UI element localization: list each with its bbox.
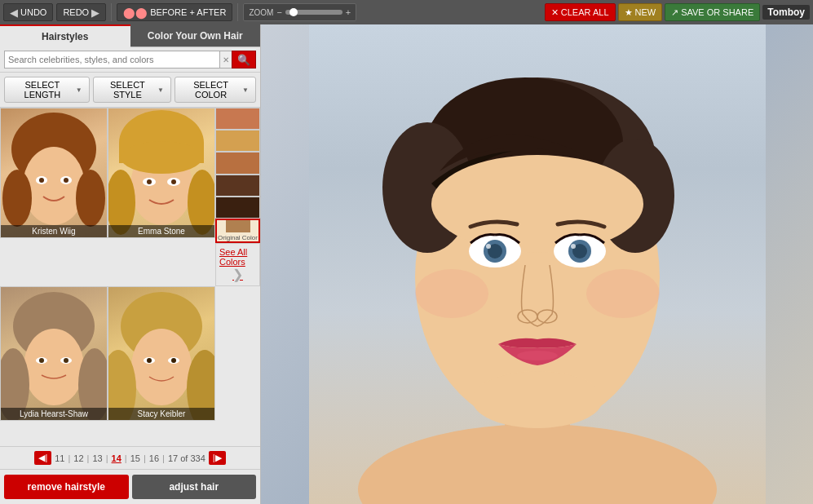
svg-point-4: [39, 178, 44, 183]
save-icon: ↗: [671, 7, 678, 18]
swatch-4[interactable]: [215, 175, 260, 197]
svg-point-33: [171, 358, 176, 363]
swatch-5[interactable]: [215, 197, 260, 219]
filter-style-label: SELECT STYLE: [100, 80, 155, 99]
style-emma-stone[interactable]: Emma Stone: [108, 108, 215, 238]
main-container: Hairstyles Color Your Own Hair ✕ 🔍 SELEC…: [0, 24, 813, 504]
style-stacy[interactable]: Stacy Keibler: [108, 286, 215, 421]
svg-point-11: [121, 141, 202, 174]
svg-point-42: [431, 155, 643, 253]
svg-point-14: [147, 179, 152, 184]
page-14[interactable]: 14: [110, 453, 123, 463]
svg-point-15: [171, 179, 176, 184]
swatch-1[interactable]: [215, 108, 260, 130]
style-grid: Kristen Wiig: [0, 108, 260, 446]
svg-point-50: [571, 244, 576, 249]
svg-point-53: [517, 351, 558, 360]
search-bar: ✕ 🔍: [0, 47, 260, 73]
search-icon: 🔍: [237, 54, 250, 66]
page-17-of-334[interactable]: 17 of 334: [166, 453, 207, 463]
svg-point-5: [64, 178, 68, 183]
page-16[interactable]: 16: [148, 453, 161, 463]
clear-all-button[interactable]: ✕ CLEAR ALL: [545, 3, 616, 21]
filter-color-button[interactable]: SELECT COLOR ▼: [175, 77, 256, 103]
clear-icon: ✕: [551, 7, 559, 18]
new-label: NEW: [635, 7, 656, 17]
see-all-colors[interactable]: See All Colors ❯: [215, 243, 260, 286]
search-clear-button[interactable]: ✕: [219, 51, 232, 69]
swatch-original[interactable]: Original Color: [215, 219, 260, 243]
stacy-portrait: [108, 287, 214, 421]
svg-point-56: [472, 371, 603, 428]
svg-point-1: [23, 147, 85, 225]
svg-point-32: [147, 358, 152, 363]
filter-length-button[interactable]: SELECT LENGTH ▼: [4, 77, 90, 103]
undo-button[interactable]: ◀ UNDO: [3, 3, 53, 21]
portrait-svg: i RECOMMEND.RU: [309, 24, 766, 504]
style-kristen-wiig[interactable]: Kristen Wiig: [0, 108, 108, 238]
topbar-right: ✕ CLEAR ALL ★ NEW ↗ SAVE OR SHARE Tomboy: [545, 3, 810, 21]
zoom-plus-icon: +: [346, 7, 351, 17]
page-sep-5: |: [144, 453, 146, 463]
filter-length-arrow: ▼: [76, 86, 82, 94]
zoom-thumb: [289, 8, 298, 16]
remove-hairstyle-label: remove hairstyle: [28, 481, 105, 493]
clear-all-label: CLEAR ALL: [561, 7, 609, 17]
original-color-label: Original Color: [218, 234, 258, 241]
svg-point-54: [415, 269, 488, 318]
filters: SELECT LENGTH ▼ SELECT STYLE ▼ SELECT CO…: [0, 73, 260, 108]
redo-button[interactable]: REDO ▶: [56, 3, 106, 21]
tab-color-own[interactable]: Color Your Own Hair: [130, 24, 261, 47]
see-all-colors-arrow: ❯: [232, 267, 243, 282]
page-11[interactable]: 11: [53, 453, 66, 463]
page-sep-2: |: [87, 453, 90, 463]
svg-point-55: [586, 269, 660, 318]
page-15[interactable]: 15: [129, 453, 142, 463]
search-input[interactable]: [4, 51, 219, 69]
star-icon: ★: [625, 7, 633, 18]
emma-stone-label: Emma Stone: [108, 225, 214, 237]
svg-point-19: [24, 329, 84, 405]
page-next-button[interactable]: |▶: [209, 451, 226, 465]
search-go-button[interactable]: 🔍: [232, 51, 256, 69]
logo: Tomboy: [762, 5, 810, 20]
before-after-button[interactable]: ⬤⬤ BEFORE + AFTER: [117, 3, 232, 21]
page-sep-4: |: [125, 453, 127, 463]
page-13[interactable]: 13: [91, 453, 104, 463]
main-photo-area: i RECOMMEND.RU: [261, 24, 813, 504]
page-sep-6: |: [162, 453, 165, 463]
page-12[interactable]: 12: [72, 453, 85, 463]
zoom-slider[interactable]: [285, 10, 342, 15]
separator2: [237, 3, 238, 21]
filter-style-arrow: ▼: [157, 86, 164, 94]
kristen-wiig-label: Kristen Wiig: [1, 225, 107, 237]
left-panel: Hairstyles Color Your Own Hair ✕ 🔍 SELEC…: [0, 24, 261, 504]
svg-point-24: [39, 358, 44, 363]
undo-label: UNDO: [20, 7, 46, 17]
remove-hairstyle-button[interactable]: remove hairstyle: [4, 475, 129, 499]
tab-hairstyles[interactable]: Hairstyles: [0, 24, 130, 47]
action-buttons: remove hairstyle adjust hair: [0, 469, 260, 504]
save-button[interactable]: ↗ SAVE OR SHARE: [665, 3, 760, 21]
filter-color-arrow: ▼: [242, 86, 249, 94]
svg-point-36: [358, 424, 717, 504]
adjust-hair-button[interactable]: adjust hair: [132, 475, 257, 499]
zoom-minus-icon: −: [276, 7, 281, 17]
separator: [111, 3, 112, 21]
svg-point-7: [76, 170, 105, 227]
right-panel: i RECOMMEND.RU: [261, 24, 813, 504]
stacy-label: Stacy Keibler: [108, 408, 214, 420]
adjust-hair-label: adjust hair: [169, 481, 219, 493]
filter-length-label: SELECT LENGTH: [11, 80, 73, 99]
filter-style-button[interactable]: SELECT STYLE ▼: [93, 77, 171, 103]
svg-point-46: [486, 244, 491, 249]
topbar: ◀ UNDO REDO ▶ ⬤⬤ BEFORE + AFTER ZOOM − +…: [0, 0, 813, 24]
page-prev-button[interactable]: ◀|: [34, 451, 51, 465]
swatch-3[interactable]: [215, 152, 260, 174]
swatch-2[interactable]: [215, 130, 260, 152]
redo-label: REDO: [63, 7, 89, 17]
style-lydia[interactable]: Lydia Hearst-Shaw: [0, 286, 108, 421]
kristen-wiig-portrait: [1, 108, 107, 238]
new-button[interactable]: ★ NEW: [618, 3, 663, 21]
lydia-portrait: [1, 287, 107, 421]
